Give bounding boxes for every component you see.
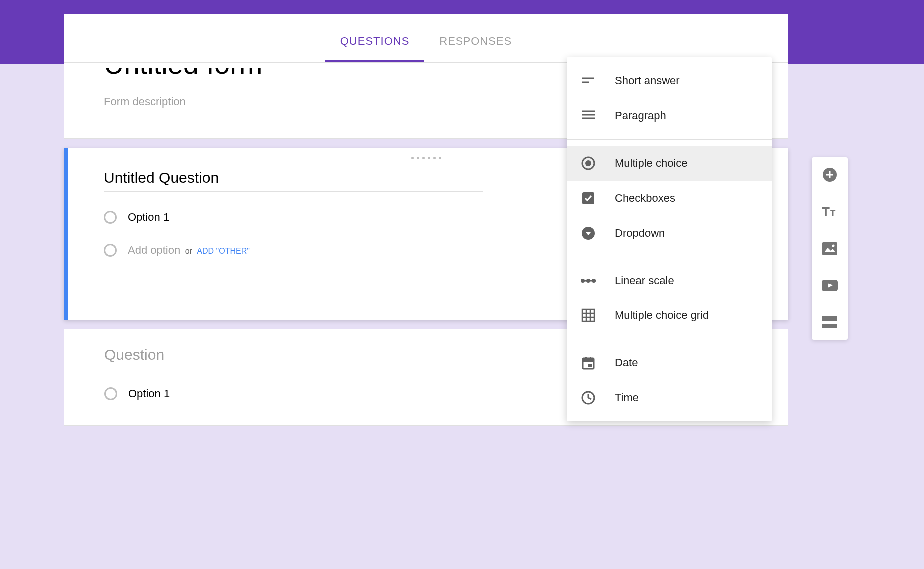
dropdown-item-short-answer[interactable]: Short answer: [567, 63, 772, 98]
dropdown-arrow-icon: [581, 226, 596, 241]
svg-rect-21: [585, 357, 587, 360]
or-text: or: [185, 247, 192, 255]
question-title-input[interactable]: Question: [104, 346, 484, 368]
linear-scale-icon: [581, 273, 596, 288]
question-title-input[interactable]: Untitled Question: [104, 169, 483, 192]
paragraph-icon: [581, 108, 596, 123]
svg-point-33: [832, 245, 835, 247]
add-other-button[interactable]: ADD "OTHER": [197, 247, 250, 255]
tab-questions[interactable]: QUESTIONS: [325, 35, 425, 62]
dropdown-item-label: Checkboxes: [615, 192, 675, 205]
add-section-button[interactable]: [821, 314, 838, 331]
add-image-button[interactable]: [821, 240, 838, 257]
side-toolbar: TT: [812, 157, 848, 340]
dropdown-item-grid[interactable]: Multiple choice grid: [567, 298, 772, 333]
short-answer-icon: [581, 73, 596, 88]
radio-icon: [104, 244, 117, 257]
dropdown-item-label: Time: [615, 391, 639, 404]
dropdown-item-date[interactable]: Date: [567, 345, 772, 380]
radio-icon: [104, 387, 117, 400]
dropdown-item-label: Multiple choice: [615, 157, 688, 170]
svg-rect-22: [590, 357, 591, 360]
svg-line-26: [588, 398, 591, 399]
dropdown-item-label: Short answer: [615, 74, 680, 87]
dropdown-item-paragraph[interactable]: Paragraph: [567, 98, 772, 133]
dropdown-item-linear-scale[interactable]: Linear scale: [567, 263, 772, 298]
dropdown-item-dropdown[interactable]: Dropdown: [567, 216, 772, 251]
tabs-bar: QUESTIONS RESPONSES: [64, 14, 788, 63]
svg-point-7: [585, 160, 591, 166]
dropdown-item-label: Date: [615, 356, 638, 369]
svg-rect-20: [583, 358, 594, 362]
calendar-icon: [581, 355, 596, 370]
add-option-button[interactable]: Add option: [128, 244, 180, 256]
grid-icon: [581, 308, 596, 323]
dropdown-item-time[interactable]: Time: [567, 380, 772, 415]
svg-rect-14: [582, 309, 594, 321]
dropdown-item-label: Linear scale: [615, 274, 674, 287]
radio-button-icon: [581, 156, 596, 171]
tab-responses[interactable]: RESPONSES: [424, 35, 527, 62]
svg-point-13: [592, 279, 596, 283]
checkbox-icon: [581, 191, 596, 206]
svg-rect-35: [822, 316, 837, 321]
add-title-button[interactable]: TT: [821, 203, 838, 220]
dropdown-item-multiple-choice[interactable]: Multiple choice: [567, 146, 772, 181]
option-text-input[interactable]: Option 1: [128, 211, 169, 224]
dropdown-item-label: Multiple choice grid: [615, 309, 709, 322]
clock-icon: [581, 390, 596, 405]
dropdown-item-checkboxes[interactable]: Checkboxes: [567, 181, 772, 216]
svg-point-11: [581, 279, 585, 283]
svg-text:T: T: [830, 209, 836, 218]
dropdown-item-label: Dropdown: [615, 227, 665, 240]
dropdown-item-label: Paragraph: [615, 109, 666, 122]
add-video-button[interactable]: [821, 277, 838, 294]
radio-icon: [104, 211, 117, 224]
add-question-button[interactable]: [821, 166, 838, 183]
svg-rect-23: [588, 364, 592, 367]
svg-text:T: T: [822, 205, 830, 218]
svg-rect-36: [822, 324, 837, 328]
svg-point-12: [586, 279, 590, 283]
option-text: Option 1: [128, 387, 170, 400]
question-type-dropdown: Short answer Paragraph Multiple choice C…: [567, 57, 772, 421]
svg-rect-32: [822, 242, 837, 255]
